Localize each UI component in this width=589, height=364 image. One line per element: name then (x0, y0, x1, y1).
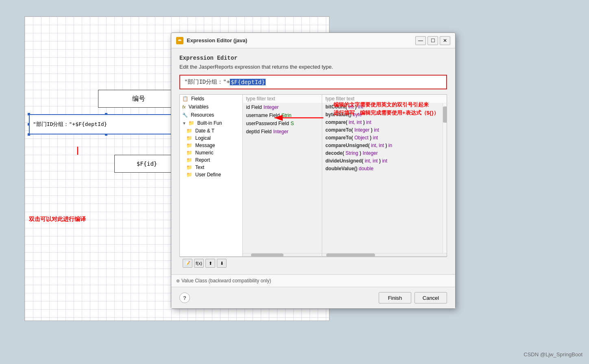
middle-panel: type filter text id Field Integer userna… (243, 95, 322, 256)
tree-item-report[interactable]: 📁 Report (180, 156, 242, 164)
watermark: CSDN @Ljw_SpringBoot (524, 351, 582, 358)
tree-item-date[interactable]: 📁 Date & T (180, 127, 242, 134)
field-id[interactable]: id Field Integer (243, 103, 322, 111)
method-compareto-object[interactable]: compareTo( Object ) int (322, 134, 443, 142)
expand-icon: ⊕ (176, 278, 180, 284)
toolbar-btn-1[interactable]: 📝 (183, 259, 192, 268)
cancel-button[interactable]: Cancel (414, 292, 447, 303)
dialog-bottom: ? Finish Cancel (171, 287, 455, 308)
right-panel-body: bitCount( int ) int byteValue() byte com… (322, 103, 447, 253)
tree-item-variables[interactable]: fx Variables (180, 103, 242, 111)
field-deptid[interactable]: deptId Field Integer (243, 128, 322, 136)
method-doublevalue[interactable]: doubleValue() double (322, 165, 443, 173)
tree-item-message[interactable]: 📁 Message (180, 142, 242, 149)
panel-toolbar: 📝 f(x) ⬆ ⬇ (179, 257, 447, 269)
dialog-title: Expression Editor (java) (187, 37, 415, 43)
expression-highlight: $F{deptId} (230, 79, 266, 85)
field-userpassword[interactable]: userPassword Field S (243, 119, 322, 128)
right-bottom-scrollbar[interactable] (322, 253, 447, 256)
expression-input[interactable]: "部门ID分组："+$F{deptId} (179, 75, 447, 89)
value-class-row: ⊕ Value Class (backward compatibility on… (171, 274, 455, 287)
group-label-text: "部门ID分组："+$F{deptId} (29, 114, 183, 134)
middle-panel-header: type filter text (243, 95, 322, 103)
minimize-button[interactable]: — (415, 36, 426, 45)
finish-button[interactable]: Finish (379, 292, 411, 303)
dialog-content: Expression Editor Edit the JasperReports… (171, 48, 455, 274)
method-divideunsigned[interactable]: divideUnsigned( int, int ) int (322, 157, 443, 165)
dialog-icon: ✏ (176, 37, 183, 44)
middle-scrollbar[interactable] (243, 253, 322, 256)
right-bottom-scroll-thumb (326, 254, 375, 256)
toolbar-btn-3[interactable]: ⬆ (205, 259, 215, 268)
dblclick-annotation: 双击可以对此进行编译 (29, 216, 86, 223)
tree-item-logical[interactable]: 📁 Logical (180, 134, 242, 142)
canvas-background: 编号 "部门ID分组："+$F{deptId} $F{id} (0, 0, 589, 364)
restore-button[interactable]: ☐ (428, 36, 438, 45)
right-scrollbar[interactable] (443, 103, 447, 253)
group-label-container[interactable]: "部门ID分组："+$F{deptId} (29, 114, 183, 134)
expression-editor-dialog: ✏ Expression Editor (java) — ☐ ✕ Express… (171, 32, 456, 309)
three-panel-area: 📋 Fields fx Variables 🔧 Resources (179, 94, 447, 257)
tree-item-text[interactable]: 📁 Text (180, 164, 242, 171)
middle-scroll-thumb (251, 254, 284, 257)
method-decode[interactable]: decode( String ) Integer (322, 150, 443, 157)
close-button[interactable]: ✕ (440, 36, 450, 45)
right-panel: type filter text bitCount( int ) int byt… (322, 95, 447, 256)
right-scroll-thumb (443, 106, 447, 123)
header-label: 编号 (98, 90, 179, 108)
field-username[interactable]: username Field Strin (243, 111, 322, 119)
titlebar-buttons: — ☐ ✕ (415, 36, 450, 45)
method-compareto-integer[interactable]: compareTo( Integer ) int (322, 126, 443, 134)
left-panel: 📋 Fields fx Variables 🔧 Resources (180, 95, 243, 256)
dialog-actions: Finish Cancel (379, 292, 447, 303)
id-label: $F{id} (114, 155, 179, 173)
tree-item-fields[interactable]: 📋 Fields (180, 95, 242, 103)
toolbar-btn-4[interactable]: ⬇ (217, 259, 227, 268)
toolbar-btn-2[interactable]: f(x) (194, 259, 204, 268)
tree-item-builtin[interactable]: ▼ 📁 Built-in Fun (180, 119, 242, 127)
method-compare[interactable]: compare( int, int ) int (322, 119, 443, 126)
arrow-text-annotation: 编辑的文字需要使用英文的双引号引起来进行填写，编辑完成需要使用+表达式（${}） (334, 101, 439, 117)
methods-list: bitCount( int ) int byteValue() byte com… (322, 103, 443, 253)
middle-panel-list: id Field Integer username Field Strin us… (243, 103, 322, 253)
tree-item-numeric[interactable]: 📁 Numeric (180, 149, 242, 156)
dialog-titlebar: ✏ Expression Editor (java) — ☐ ✕ (171, 33, 455, 48)
method-compareunsigned[interactable]: compareUnsigned( int, int ) in (322, 142, 443, 150)
tree-item-userdefine[interactable]: 📁 User Define (180, 171, 242, 178)
tree-item-resources[interactable]: 🔧 Resources (180, 111, 242, 119)
help-button[interactable]: ? (179, 292, 190, 303)
expression-prefix: "部门ID分组："+ (184, 78, 230, 86)
section-title: Expression Editor (179, 55, 447, 61)
dialog-description: Edit the JasperReports expression that r… (179, 64, 447, 70)
